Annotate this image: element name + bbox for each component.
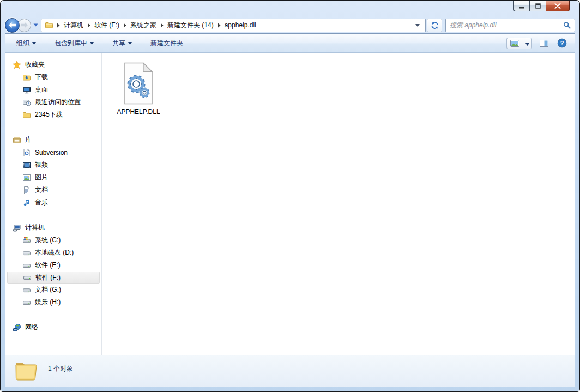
sidebar-section-label: 收藏夹 [25, 60, 45, 69]
client-area: 组织包含到库中共享新建文件夹 ? 收藏夹下载桌面最近访问的位置2345下载库Su… [5, 33, 575, 387]
sidebar-section-header-network[interactable]: 网络 [5, 321, 101, 334]
new-folder-button[interactable]: 新建文件夹 [145, 37, 189, 50]
sidebar-item-2345-downloads[interactable]: 2345下载 [5, 108, 101, 121]
close-button[interactable] [546, 1, 570, 11]
library-icon [13, 136, 21, 144]
navigation-bar: 计算机软件 (F:)系统之家新建文件夹 (14)apphelp.dll [1, 17, 579, 33]
minimize-button[interactable] [513, 1, 530, 11]
sidebar-item-drive-e[interactable]: 软件 (E:) [5, 259, 101, 272]
file-item-apphelp-dll[interactable]: APPHELP.DLL [108, 60, 169, 117]
sidebar-item-pictures[interactable]: 图片 [5, 171, 101, 184]
breadcrumb-item-drive-f[interactable]: 软件 (F:) [93, 20, 121, 31]
change-view-button[interactable] [506, 38, 532, 49]
refresh-button[interactable] [427, 19, 442, 32]
close-icon [554, 3, 561, 9]
organize-button[interactable]: 组织 [11, 37, 41, 50]
drive-icon [23, 273, 32, 282]
breadcrumb-item-apphelp-dll[interactable]: apphelp.dll [223, 20, 258, 30]
sidebar-item-label: 桌面 [35, 85, 48, 94]
toolbar-left: 组织包含到库中共享新建文件夹 [11, 37, 189, 50]
recent-pages-button[interactable] [33, 23, 38, 27]
sidebar-section-favorites: 收藏夹下载桌面最近访问的位置2345下载 [5, 58, 101, 121]
details-pane: 1 个对象 [5, 355, 575, 387]
sidebar-item-label: 下载 [35, 73, 48, 82]
sidebar-item-label: 娱乐 (H:) [35, 298, 61, 307]
toolbar-button-label: 包含到库中 [55, 39, 87, 48]
sidebar-item-label: 视频 [35, 160, 48, 170]
sidebar-section-header-favorites[interactable]: 收藏夹 [5, 58, 101, 71]
caption-buttons [513, 1, 570, 11]
views-image-icon [510, 40, 519, 47]
breadcrumb: 计算机软件 (F:)系统之家新建文件夹 (14)apphelp.dll [55, 20, 412, 31]
chevron-down-icon [415, 24, 420, 27]
sidebar-item-drive-f[interactable]: 软件 (F:) [7, 272, 100, 284]
sidebar-item-label: 系统 (C:) [35, 236, 61, 245]
file-list-area[interactable]: APPHELP.DLL [102, 53, 575, 355]
share-button[interactable]: 共享 [107, 37, 137, 50]
sidebar-item-drive-h[interactable]: 娱乐 (H:) [5, 296, 101, 309]
folder-icon [22, 111, 31, 119]
sidebar-item-desktop[interactable]: 桌面 [5, 83, 101, 96]
computer-icon [13, 224, 21, 232]
back-arrow-icon [8, 22, 16, 28]
change-view-dropdown[interactable] [523, 38, 531, 49]
address-dropdown-button[interactable] [412, 24, 423, 27]
network-icon [13, 323, 21, 332]
chevron-down-icon [33, 23, 38, 27]
breadcrumb-separator-icon [160, 23, 164, 28]
folder-icon [45, 21, 53, 29]
music-icon [22, 198, 31, 207]
preview-pane-icon [540, 40, 548, 47]
title-bar[interactable] [1, 1, 579, 17]
back-button[interactable] [5, 18, 20, 33]
sidebar-item-videos[interactable]: 视频 [5, 159, 101, 171]
sidebar-item-documents[interactable]: 文档 [5, 184, 101, 196]
drive-icon [22, 249, 31, 257]
system-drive-icon [22, 236, 31, 245]
desktop-monitor-icon [22, 86, 31, 94]
sidebar-item-label: 图片 [35, 173, 48, 182]
search-input[interactable] [450, 21, 563, 29]
sidebar-section-header-computer[interactable]: 计算机 [5, 221, 101, 234]
sidebar-item-subversion[interactable]: Subversion [5, 146, 101, 159]
sidebar-item-label: 文档 (G:) [35, 285, 61, 294]
chevron-down-icon [525, 38, 529, 48]
sidebar-section-label: 计算机 [25, 223, 45, 232]
sidebar-section-label: 网络 [25, 323, 38, 332]
toolbar-right: ? [506, 37, 569, 49]
include-in-library-button[interactable]: 包含到库中 [49, 37, 99, 50]
breadcrumb-separator-icon [123, 23, 126, 28]
sidebar-section-header-libraries[interactable]: 库 [5, 134, 101, 146]
sidebar-item-label: 音乐 [35, 198, 48, 207]
breadcrumb-separator-icon [218, 23, 221, 28]
sidebar-item-drive-c[interactable]: 系统 (C:) [5, 234, 101, 246]
breadcrumb-item-new-folder-14[interactable]: 新建文件夹 (14) [166, 20, 215, 31]
drive-icon [22, 298, 31, 307]
change-view-button-main[interactable] [507, 38, 523, 49]
sidebar-item-drive-d[interactable]: 本地磁盘 (D:) [5, 246, 101, 259]
sidebar-item-recent-places[interactable]: 最近访问的位置 [5, 96, 101, 108]
sidebar-section-network: 网络 [5, 321, 101, 334]
address-bar[interactable]: 计算机软件 (F:)系统之家新建文件夹 (14)apphelp.dll [41, 19, 426, 32]
sidebar-item-label: 最近访问的位置 [35, 98, 81, 107]
maximize-button[interactable] [530, 1, 546, 11]
chevron-down-icon [90, 42, 94, 45]
toolbar-button-label: 新建文件夹 [150, 39, 183, 48]
refresh-icon [431, 21, 439, 29]
preview-pane-button[interactable] [539, 39, 549, 48]
magnifier-icon [563, 21, 571, 29]
forward-arrow-icon [20, 22, 28, 28]
sidebar-item-music[interactable]: 音乐 [5, 196, 101, 209]
sidebar-section-computer: 计算机系统 (C:)本地磁盘 (D:)软件 (E:)软件 (F:)文档 (G:)… [5, 221, 101, 309]
breadcrumb-item-xitongzhijia[interactable]: 系统之家 [129, 20, 158, 31]
sidebar-item-label: 文档 [35, 185, 48, 195]
sidebar-item-label: 2345下载 [35, 110, 63, 119]
sidebar-item-label: Subversion [35, 149, 68, 156]
minimize-icon [519, 3, 524, 9]
sidebar-item-downloads[interactable]: 下载 [5, 71, 101, 83]
help-button[interactable]: ? [556, 37, 568, 49]
breadcrumb-item-computer[interactable]: 计算机 [62, 20, 85, 31]
toolbar-button-label: 组织 [16, 39, 29, 48]
sidebar-item-drive-g[interactable]: 文档 (G:) [5, 284, 101, 296]
sidebar-item-label: 软件 (F:) [35, 273, 61, 282]
